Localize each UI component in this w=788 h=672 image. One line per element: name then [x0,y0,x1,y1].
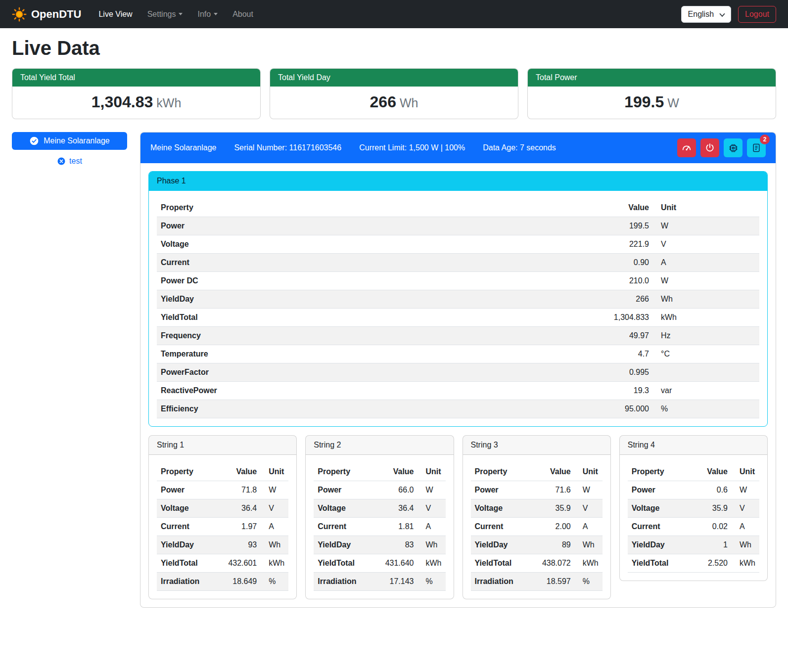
table-row: YieldDay266Wh [157,290,759,309]
power-control-button[interactable] [700,138,719,157]
inverter-panel: Meine Solaranlage Serial Number: 1161716… [140,132,776,608]
cell-property: Power [628,481,688,499]
x-circle-icon [57,157,66,166]
table-row: Current2.00A [471,518,603,536]
cell-value: 35.9 [688,499,732,518]
language-select[interactable]: English [681,6,731,23]
cell-value: 1.81 [374,518,418,536]
cell-unit: Wh [261,536,288,554]
total-yield-total-card: Total Yield Total 1,304.83kWh [12,68,261,119]
cell-property: Voltage [628,499,688,518]
string-card: String 1 Property Value Unit [148,435,297,599]
column-header-value: Value [217,463,261,481]
nav-about[interactable]: About [226,6,260,23]
nav-info-dropdown[interactable]: Info [191,6,224,23]
table-header-row: Property Value Unit [471,463,603,481]
sidebar-test-label: test [69,157,82,166]
cell-unit: A [732,518,759,536]
table-row: YieldTotal438.072kWh [471,554,603,573]
cell-value: 1,304.833 [584,309,653,327]
cell-value: 95.000 [584,400,653,418]
cell-unit: W [418,481,446,499]
inverter-select-button[interactable]: Meine Solaranlage [12,132,127,150]
inverter-serial: Serial Number: 116171603546 [234,143,341,152]
inverter-name: Meine Solaranlage [150,143,216,152]
column-header-value: Value [584,199,653,217]
total-power-card: Total Power 199.5W [527,68,776,119]
cell-value: 71.6 [531,481,575,499]
string-table: Property Value Unit Power71.6WVoltage35.… [471,463,603,591]
cell-property: YieldTotal [471,554,531,573]
cell-value: 35.9 [531,499,575,518]
cell-value: 2.520 [688,554,732,573]
table-row: Current1.97A [157,518,288,536]
event-log-button[interactable]: 2 [747,138,766,157]
cell-unit: W [261,481,288,499]
nav-live-view[interactable]: Live View [92,6,139,23]
column-header-property: Property [628,463,688,481]
cell-property: YieldTotal [157,309,584,327]
cell-unit: var [653,382,759,400]
sidebar-item-test[interactable]: test [12,157,127,166]
nav-settings-label: Settings [147,10,176,19]
event-count-badge: 2 [760,134,770,144]
cell-value: 2.00 [531,518,575,536]
cell-value: 93 [217,536,261,554]
table-row: YieldDay89Wh [471,536,603,554]
cell-value: 71.8 [217,481,261,499]
table-header-row: Property Value Unit [314,463,445,481]
table-row: Frequency49.97Hz [157,327,759,345]
cell-property: Voltage [157,499,217,518]
cpu-icon [728,143,739,153]
table-row: YieldDay93Wh [157,536,288,554]
cell-value: 221.9 [584,235,653,254]
card-title: Total Yield Total [12,69,260,87]
journal-icon [751,143,761,153]
cell-property: Voltage [471,499,531,518]
cell-unit: kWh [732,554,759,573]
cell-property: Irradiation [314,573,374,591]
logout-button[interactable]: Logout [738,6,776,23]
column-header-property: Property [471,463,531,481]
phase-panel-title: Phase 1 [149,172,767,191]
cell-property: YieldTotal [314,554,374,573]
nav-settings-dropdown[interactable]: Settings [141,6,189,23]
column-header-unit: Unit [418,463,446,481]
device-info-button[interactable] [724,138,742,157]
table-row: Power199.5W [157,217,759,235]
limit-settings-button[interactable] [677,138,696,157]
brand[interactable]: OpenDTU [12,7,81,22]
cell-property: YieldDay [314,536,374,554]
table-row: Current0.02A [628,518,759,536]
table-header-row: Property Value Unit [157,463,288,481]
card-unit: kWh [156,96,181,110]
inverter-data-age: Data Age: 7 seconds [483,143,556,152]
column-header-value: Value [374,463,418,481]
cell-value: 49.97 [584,327,653,345]
table-header-row: Property Value Unit [628,463,759,481]
card-unit: Wh [400,96,418,110]
table-row: Efficiency95.000% [157,400,759,418]
cell-value: 66.0 [374,481,418,499]
cell-value: 438.072 [531,554,575,573]
cell-unit: W [575,481,603,499]
cell-unit: % [575,573,603,591]
table-row: ReactivePower19.3var [157,382,759,400]
cell-unit: V [418,499,446,518]
power-icon [705,143,715,153]
table-row: Voltage36.4V [157,499,288,518]
cell-unit: % [418,573,446,591]
table-row: Power66.0W [314,481,445,499]
cell-value: 0.6 [688,481,732,499]
cell-unit: kWh [575,554,603,573]
cell-unit: A [418,518,446,536]
cell-property: YieldTotal [628,554,688,573]
cell-property: ReactivePower [157,382,584,400]
language-selected-value: English [688,10,714,18]
card-value: 199.5 [624,93,664,111]
cell-property: Efficiency [157,400,584,418]
cell-property: Irradiation [471,573,531,591]
column-header-unit: Unit [732,463,759,481]
table-row: Power71.6W [471,481,603,499]
column-header-property: Property [314,463,374,481]
